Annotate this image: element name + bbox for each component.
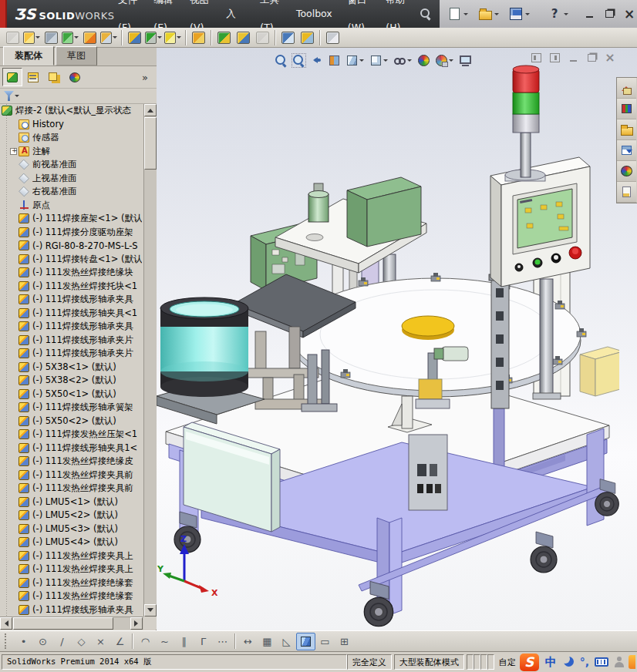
mate-button[interactable] [42,29,61,46]
ime-account-icon[interactable] [614,657,625,667]
sketch-chamfer-button[interactable]: ∠ [110,633,130,650]
chinese-mode-indicator[interactable]: 中 [545,655,557,670]
tree-item[interactable]: (-) 5X38<1> (默认) [0,361,143,375]
tree-item[interactable]: (-) 111发热丝焊接夹具上 [0,549,143,563]
tree-item[interactable]: (-) LMU5<4> (默认) [0,536,143,549]
tab-assembly[interactable]: 装配体 [3,46,54,66]
move-component-button[interactable] [99,29,119,46]
tree-item[interactable]: (-) 111焊接线形轴承夹片 [0,347,143,361]
tree-item[interactable]: History [0,118,143,132]
tree-item[interactable]: (-) 111发热丝焊接绝缘皮 [0,455,143,469]
scroll-right-button[interactable] [130,617,143,630]
scroll-down-button[interactable] [144,604,157,617]
dropdown-arrow-icon[interactable] [177,36,181,41]
dropdown-arrow-icon[interactable] [449,59,453,64]
exploded-view-button[interactable] [214,29,234,46]
dropdown-arrow-icon[interactable] [359,59,364,64]
circle-button[interactable]: ⊙ [33,633,52,650]
assembly-features-button[interactable] [144,29,163,46]
file-explorer-tab[interactable] [617,119,636,140]
update-speedpak-button[interactable] [278,29,298,46]
tree-item[interactable]: (-) 111焊接发热丝压架<1 [0,428,143,442]
dropdown-arrow-icon[interactable] [157,36,162,41]
horizontal-scroll-thumb[interactable] [13,617,113,630]
save-button[interactable] [507,5,524,22]
tree-item[interactable]: (-) 111发热丝焊接托块<1 [0,280,143,294]
apply-scene-button[interactable] [433,52,457,69]
instant3d-button[interactable] [253,29,272,46]
offset-entities-button[interactable]: ∥ [174,633,194,650]
tab-sketch[interactable]: 草图 [56,46,97,66]
tree-root-item[interactable]: 焊接-2 (默认<默认_显示状态 [0,104,143,118]
take-snapshot-button[interactable] [298,29,317,46]
tree-horizontal-scrollbar[interactable] [0,617,143,630]
scroll-left-button[interactable] [0,617,12,630]
help-button[interactable] [546,5,563,22]
sketch-point-button[interactable]: • [14,633,33,650]
tree-item[interactable]: (-) 111发热丝焊接夹具前 [0,482,143,496]
filter-dropdown-arrow-icon[interactable] [15,95,19,99]
polygon-button[interactable]: ◇ [72,633,91,650]
featuremanager-tab[interactable] [2,68,22,86]
tree-item[interactable]: (-) 111发热丝焊接夹具上 [0,563,143,576]
dropdown-arrow-icon[interactable] [383,59,388,64]
sogou-input-icon[interactable] [520,654,539,671]
tree-item[interactable]: (-) RGI-80-8-270-MS-L-S [0,239,143,253]
displaymanager-tab[interactable] [65,68,85,86]
new-motion-study-button[interactable] [189,29,208,46]
linear-component-pattern-button[interactable] [61,29,80,46]
insert-component-button[interactable] [3,29,22,46]
tree-item[interactable]: 注解 [0,145,143,159]
spline-button[interactable]: ~ [155,633,174,650]
display-style-button[interactable] [367,52,391,69]
dropdown-arrow-icon[interactable] [35,36,40,41]
trim-entities-button[interactable]: × [91,633,110,650]
soft-keyboard-icon[interactable] [595,657,608,667]
expand-icon[interactable] [10,148,17,155]
save-dropdown-arrow-icon[interactable] [525,13,530,18]
tree-item[interactable]: (-) 5X50<2> (默认) [0,415,143,428]
new-document-button[interactable] [446,5,463,22]
tree-vertical-scrollbar[interactable] [143,104,157,617]
pane-toggle-right-button[interactable] [547,52,562,64]
dropdown-arrow-icon[interactable] [407,59,412,64]
tree-item[interactable]: (-) 111发热丝焊接绝缘套 [0,576,143,590]
table-pattern-button[interactable]: ⊞ [335,633,354,650]
document-close-button[interactable] [602,52,618,64]
section-view-button[interactable] [325,52,343,69]
tree-item[interactable]: (-) 111发热丝焊接绝缘块 [0,266,143,280]
new-dropdown-arrow-icon[interactable] [463,13,468,18]
line-button[interactable]: / [52,633,72,650]
tree-item[interactable]: 前视基准面 [0,158,143,172]
window-minimize-button[interactable] [581,8,597,21]
search-icon[interactable] [420,8,432,20]
asset-publisher-button[interactable] [323,29,342,46]
tree-item[interactable]: (-) 5X50<1> (默认) [0,388,143,402]
tree-item[interactable]: 右视基准面 [0,185,143,199]
tree-item[interactable]: (-) 111发热丝焊接夹具前 [0,469,143,482]
propertymanager-tab[interactable] [23,68,43,86]
zoom-to-area-button[interactable] [290,52,308,69]
tree-item[interactable]: (-) LMU5<1> (默认) [0,496,143,509]
punctuation-icon[interactable] [580,656,589,668]
open-dropdown-arrow-icon[interactable] [494,13,499,18]
corner-rectangle-button[interactable]: Γ [194,633,213,650]
tree-item[interactable]: (-) 111焊接线形轴承夹具 [0,293,143,307]
view-orientation-button[interactable] [343,52,367,69]
open-document-button[interactable] [477,5,494,22]
tree-item[interactable]: 传感器 [0,131,143,145]
dropdown-arrow-icon[interactable] [74,36,79,41]
tree-item[interactable]: (-) 111焊接座架<1> (默认 [0,212,143,226]
pane-overflow-chevron[interactable] [142,72,148,83]
hide-show-items-button[interactable] [391,52,415,69]
window-restore-button[interactable] [602,8,617,21]
tree-item[interactable]: (-) 111焊接线形轴夹具<1 [0,307,143,321]
tree-item[interactable]: (-) 111焊接线形轴承夹具 [0,603,143,617]
tree-item[interactable]: (-) 111焊接线形轴承夹片 [0,334,143,348]
tree-item[interactable]: 上视基准面 [0,172,143,186]
tree-item[interactable]: (-) 5X38<2> (默认) [0,374,143,388]
angle-snap-button[interactable]: ◺ [277,633,296,650]
tangent-arc-button[interactable]: ◠ [136,633,155,650]
construction-geometry-button[interactable]: ⋯ [213,633,232,650]
reference-geometry-button[interactable] [163,29,183,46]
